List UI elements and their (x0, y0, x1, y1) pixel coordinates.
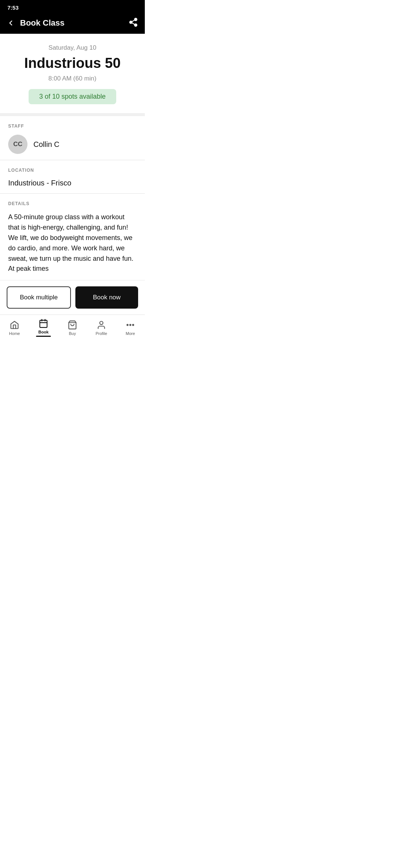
class-time: 8:00 AM (60 min) (7, 75, 137, 82)
page-title: Book Class (20, 18, 65, 28)
class-header: Saturday, Aug 10 Industrious 50 8:00 AM … (0, 34, 145, 113)
share-button[interactable] (128, 17, 138, 29)
nav-item-more[interactable]: More (119, 320, 141, 336)
svg-line-3 (132, 23, 134, 24)
bottom-buttons: Book multiple Book now (0, 280, 145, 315)
details-section-label: DETAILS (8, 201, 137, 206)
back-button[interactable]: Book Class (7, 18, 65, 28)
book-now-button[interactable]: Book now (75, 286, 138, 309)
spots-available-badge: 3 of 10 spots available (29, 89, 116, 104)
details-section: DETAILS A 50-minute group class with a w… (0, 194, 145, 280)
book-multiple-button[interactable]: Book multiple (7, 286, 71, 309)
nav-label-book: Book (38, 330, 49, 334)
svg-point-13 (133, 324, 134, 325)
nav-label-home: Home (9, 331, 20, 336)
location-name: Industrious - Frisco (8, 179, 137, 187)
staff-avatar: CC (8, 135, 27, 154)
staff-name: Collin C (33, 140, 59, 149)
nav-item-profile[interactable]: Profile (90, 320, 113, 336)
location-section: LOCATION Industrious - Frisco (0, 160, 145, 193)
nav-label-profile: Profile (95, 331, 107, 336)
nav-item-book[interactable]: Book (32, 319, 55, 337)
svg-line-4 (132, 20, 134, 22)
active-indicator (36, 336, 51, 337)
home-icon (10, 320, 19, 330)
class-date: Saturday, Aug 10 (7, 44, 137, 52)
svg-point-11 (127, 324, 128, 325)
staff-section-label: STAFF (8, 124, 137, 129)
more-icon (125, 320, 135, 330)
section-divider (0, 113, 145, 116)
svg-point-10 (100, 321, 103, 325)
profile-icon (97, 320, 106, 330)
status-time: 7:53 (7, 4, 19, 11)
status-bar: 7:53 (0, 0, 145, 14)
top-nav: Book Class (0, 14, 145, 34)
nav-item-buy[interactable]: Buy (61, 320, 84, 336)
buy-icon (68, 320, 77, 330)
svg-rect-5 (40, 320, 47, 328)
book-icon (39, 319, 48, 328)
nav-label-buy: Buy (69, 331, 76, 336)
staff-row: CC Collin C (8, 135, 137, 154)
staff-section: STAFF CC Collin C (0, 116, 145, 160)
details-text: A 50-minute group class with a workout t… (8, 212, 137, 274)
nav-item-home[interactable]: Home (3, 320, 26, 336)
bottom-nav: Home Book Buy Profile (0, 315, 145, 343)
nav-label-more: More (125, 331, 135, 336)
location-section-label: LOCATION (8, 168, 137, 173)
class-name: Industrious 50 (7, 55, 137, 71)
svg-point-12 (130, 324, 131, 325)
